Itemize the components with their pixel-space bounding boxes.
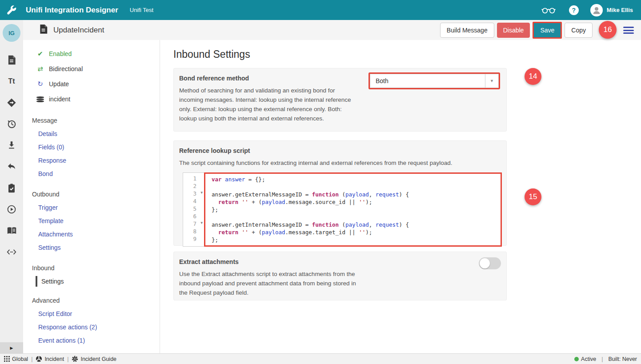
status-incident[interactable]: Incident	[36, 356, 64, 362]
build-message-button[interactable]: Build Message	[440, 23, 494, 38]
status-incident-guide-label: Incident Guide	[80, 356, 116, 362]
sidebar-item-outbound-attachments[interactable]: Attachments	[23, 228, 160, 241]
header-actions: Build Message Disable Save Copy	[440, 20, 593, 40]
line-number: 4	[183, 198, 204, 205]
sidebar-item-message-bond[interactable]: Bond	[23, 167, 160, 180]
reference-lookup-description: The script containing functions for extr…	[174, 154, 506, 168]
code-line: answer.getInternalMessageID = function (…	[212, 221, 501, 228]
sidebar-item-outbound-template[interactable]: Template	[23, 214, 160, 228]
reply-icon[interactable]	[6, 161, 17, 172]
built-status-label: Built: Never	[608, 356, 637, 362]
play-icon[interactable]	[6, 204, 17, 215]
typography-icon[interactable]: Tt	[6, 76, 17, 87]
sidebar-item-label: Update	[49, 80, 69, 88]
download-icon[interactable]	[6, 140, 17, 151]
sidebar-item-outbound-settings[interactable]: Settings	[23, 241, 160, 254]
dropdown-selected-value: Both	[370, 77, 485, 84]
sidebar-item-advanced-event-actions-1[interactable]: Event actions (1)	[23, 334, 160, 347]
extract-attachments-toggle[interactable]	[479, 257, 501, 269]
line-number: 6	[183, 213, 204, 220]
sidebar-item-bidirectional[interactable]: ⇄Bidirectional	[23, 61, 160, 76]
database-icon	[36, 96, 44, 98]
help-icon[interactable]: ?	[569, 5, 579, 15]
code-line: answer.getExternalMessageID = function (…	[212, 191, 501, 198]
sidebar-item-message-details[interactable]: Details	[23, 127, 160, 140]
user-name[interactable]: Mike Ellis	[607, 7, 633, 13]
code-line: var answer = {};	[212, 176, 501, 183]
incident-icon	[36, 356, 42, 362]
save-annotation-box: Save	[533, 22, 562, 39]
top-app-bar: Unifi Integration Designer Unifi Test ? …	[0, 0, 641, 20]
status-incident-label: Incident	[44, 356, 64, 362]
tasks-icon[interactable]	[6, 182, 17, 194]
sidebar-item-message-response[interactable]: Response	[23, 154, 160, 167]
status-global[interactable]: Global	[4, 356, 28, 362]
environment-name: Unifi Test	[130, 7, 153, 13]
preview-glasses-icon[interactable]	[541, 5, 557, 15]
grid-icon	[4, 356, 10, 362]
sidebar-menu: ✔Enabled⇄Bidirectional↻UpdateincidentMes…	[23, 40, 160, 353]
bond-reference-dropdown[interactable]: Both ▼	[370, 74, 499, 88]
sidebar-item-outbound-trigger[interactable]: Trigger	[23, 201, 160, 214]
integration-avatar[interactable]: IG	[3, 24, 20, 42]
menu-hamburger-icon[interactable]	[623, 27, 634, 34]
sidebar-item-inbound-settings[interactable]: Settings	[36, 276, 160, 287]
sidebar-item-label: Enabled	[49, 50, 72, 57]
line-number: 7▼	[183, 220, 204, 228]
line-number: 3▼	[183, 190, 204, 198]
active-status-label: Active	[581, 356, 596, 362]
record-title: UpdateIncident	[53, 26, 104, 35]
code-line	[212, 213, 501, 221]
page-title: Inbound Settings	[173, 48, 641, 60]
extract-attachments-description: Use the Extract attachments script to ex…	[174, 265, 365, 297]
sidebar-item-advanced-script-editor[interactable]: Script Editor	[23, 307, 160, 320]
sidebar-item-message-fields-0[interactable]: Fields (0)	[23, 140, 160, 154]
refresh-icon: ↻	[36, 80, 44, 88]
copy-button[interactable]: Copy	[565, 23, 593, 38]
document-icon[interactable]	[6, 54, 17, 66]
sidebar-section-inbound: Inbound	[23, 261, 160, 275]
check-icon: ✔	[36, 50, 44, 58]
sidebar-item-incident[interactable]: incident	[23, 92, 160, 107]
bond-reference-description: Method of searching for and validating a…	[174, 82, 357, 123]
script-editor-gutter: 123▼4567▼89	[183, 173, 204, 246]
dropdown-annotation-box: Both ▼	[369, 72, 500, 89]
save-button[interactable]: Save	[534, 23, 561, 37]
app-title: Unifi Integration Designer	[26, 6, 118, 15]
history-icon[interactable]	[6, 118, 17, 130]
code-icon[interactable]	[6, 246, 17, 258]
status-incident-guide[interactable]: Incident Guide	[72, 356, 116, 362]
line-number: 8	[183, 228, 204, 236]
line-number: 1	[183, 175, 204, 183]
reference-lookup-panel: Reference lookup script The script conta…	[173, 140, 507, 246]
code-line: return '' + (payload.message.source_id |…	[212, 198, 501, 206]
main-content: Inbound Settings Bond reference method M…	[160, 40, 641, 353]
script-editor-code[interactable]: var answer = {}; answer.getExternalMessa…	[205, 174, 501, 245]
book-icon[interactable]	[6, 225, 17, 236]
gear-icon	[72, 356, 78, 362]
fold-arrow-icon[interactable]: ▼	[200, 221, 203, 225]
wrench-icon[interactable]	[0, 4, 23, 16]
step-badge-15: 15	[525, 188, 541, 205]
sidebar-item-update[interactable]: ↻Update	[23, 76, 160, 92]
step-badge-14: 14	[525, 68, 541, 85]
script-editor[interactable]: 123▼4567▼89 var answer = {}; answer.getE…	[183, 172, 502, 247]
navigation-icon[interactable]	[6, 97, 17, 108]
status-bar: Global | Incident | Incident Guide Activ…	[0, 353, 641, 364]
sidebar-item-advanced-response-actions-2[interactable]: Response actions (2)	[23, 320, 160, 334]
swap-arrows-icon: ⇄	[36, 65, 44, 73]
user-avatar-icon[interactable]	[590, 4, 603, 16]
rail-expand-button[interactable]: ▶	[0, 342, 23, 353]
chevron-down-icon[interactable]: ▼	[485, 74, 498, 88]
bond-reference-panel: Bond reference method Method of searchin…	[173, 68, 507, 132]
sidebar-item-enabled[interactable]: ✔Enabled	[23, 46, 160, 61]
sidebar-item-label: incident	[49, 96, 70, 103]
record-header-bar: UpdateIncident Build Message Disable Sav…	[23, 20, 641, 40]
disable-button[interactable]: Disable	[497, 23, 530, 38]
code-line: };	[212, 206, 501, 213]
sidebar-section-message: Message	[23, 114, 160, 127]
toggle-knob	[480, 258, 490, 268]
fold-arrow-icon[interactable]: ▼	[200, 191, 203, 195]
step-badge-16: 16	[599, 21, 617, 39]
extract-attachments-label: Extract attachments	[174, 252, 506, 265]
